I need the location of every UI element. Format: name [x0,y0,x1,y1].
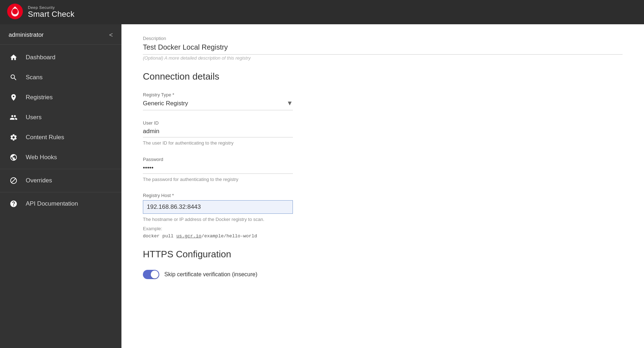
sidebar-label-scans: Scans [26,74,43,81]
registry-host-field-group: Registry Host * The hostname or IP addre… [143,193,623,239]
https-title: HTTPS Configuration [143,249,623,260]
sidebar-label-overrides: Overrides [26,177,52,184]
svg-point-1 [12,9,18,14]
user-id-input[interactable] [143,128,293,137]
registry-host-input[interactable] [143,200,293,214]
registry-host-code-underline: us.gcr.io [176,233,201,239]
nav-divider [0,169,121,169]
logo [7,4,23,21]
sidebar-header: administrator < [0,24,121,45]
password-label: Password [143,157,623,162]
toggle-knob [151,271,159,278]
chevron-down-icon: ▼ [286,100,293,107]
sidebar-item-overrides[interactable]: Overrides [0,171,121,191]
scans-icon [9,72,19,82]
skip-cert-toggle[interactable] [143,270,159,279]
registry-host-example-label: Example: [143,225,623,232]
home-icon [9,52,19,62]
password-input[interactable] [143,164,293,174]
sidebar-item-web-hooks[interactable]: Web Hooks [0,147,121,167]
overrides-icon [9,176,19,186]
sidebar-label-api-documentation: API Documentation [26,200,78,207]
password-field-group: Password The password for authenticating… [143,157,623,183]
registries-icon [9,92,19,102]
api-doc-icon [9,199,19,209]
sidebar-label-web-hooks: Web Hooks [26,154,57,161]
skip-cert-row: Skip certificate verification (insecure) [143,270,623,279]
description-label: Description [143,33,623,41]
user-id-label: User ID [143,120,623,126]
registry-host-code: docker pull us.gcr.io/example/hello-worl… [143,233,623,239]
user-id-hint: The user ID for authenticating to the re… [143,140,623,147]
sidebar: administrator < Dashboard Scans Regist [0,24,121,348]
password-hint: The password for authenticating to the r… [143,176,623,183]
main-content: Description Test Docker Local Registry (… [121,24,644,348]
sidebar-label-registries: Registries [26,94,53,101]
webhooks-icon [9,152,19,162]
sidebar-item-api-documentation[interactable]: API Documentation [0,194,121,214]
sidebar-item-dashboard[interactable]: Dashboard [0,47,121,67]
sidebar-item-registries[interactable]: Registries [0,87,121,107]
skip-cert-label: Skip certificate verification (insecure) [164,271,258,278]
registry-host-hint: The hostname or IP address of the Docker… [143,216,623,223]
connection-details-title: Connection details [143,71,623,82]
description-field-group: Description Test Docker Local Registry (… [143,33,623,61]
registry-type-select[interactable]: Generic Registry ▼ [143,100,293,110]
sidebar-collapse-button[interactable]: < [109,32,113,38]
sidebar-item-content-rules[interactable]: Content Rules [0,127,121,147]
sidebar-item-users[interactable]: Users [0,107,121,127]
form-section: Description Test Docker Local Registry (… [143,24,623,279]
app-title: Deep Security Smart Check [28,5,74,19]
sidebar-label-content-rules: Content Rules [26,134,64,141]
topbar: Deep Security Smart Check [0,0,644,24]
description-value: Test Docker Local Registry [143,43,623,55]
registry-type-label: Registry Type * [143,92,623,97]
sidebar-item-scans[interactable]: Scans [0,67,121,87]
registry-type-field-group: Registry Type * Generic Registry ▼ [143,92,623,110]
description-hint: (Optional) A more detailed description o… [143,55,251,61]
registry-host-label: Registry Host * [143,193,623,198]
sidebar-label-users: Users [26,114,41,121]
user-id-field-group: User ID The user ID for authenticating t… [143,120,623,147]
sidebar-username: administrator [9,31,44,39]
sidebar-label-dashboard: Dashboard [26,54,55,61]
nav-divider-2 [0,192,121,192]
content-rules-icon [9,132,19,142]
users-icon [9,112,19,122]
registry-type-value: Generic Registry [143,100,188,107]
sidebar-nav: Dashboard Scans Registries Users [0,47,121,214]
